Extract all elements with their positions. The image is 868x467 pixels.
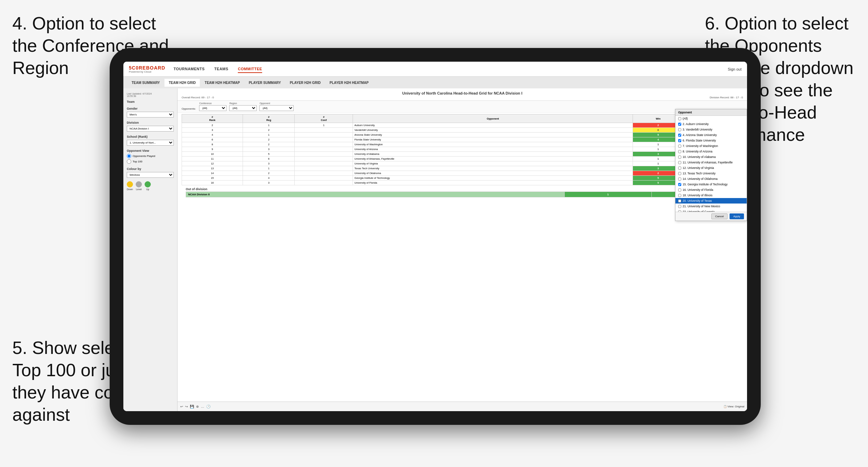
table-row: 9 3 University of Arizona 1 0: [182, 147, 743, 152]
toolbar: ↩ ↪ 💾 ⊕ … 🕐 📋 View: Original: [178, 402, 747, 411]
dropdown-item[interactable]: 18. University of Illinois: [675, 193, 747, 198]
cell-opponent: University of Washington: [353, 142, 633, 147]
toolbar-copy-icon[interactable]: ⊕: [196, 405, 199, 408]
cell-reg: 3: [243, 181, 295, 185]
cell-reg: 5: [243, 152, 295, 157]
cell-conf: [295, 176, 353, 181]
colour-legend: Down Level Up: [127, 181, 174, 191]
table-row: 13 1 Texas Tech University 3 0: [182, 166, 743, 171]
cell-reg: 3: [243, 147, 295, 152]
dropdown-item[interactable]: 20. University of Texas: [675, 198, 747, 204]
cell-conf: 1: [295, 123, 353, 128]
cell-reg: 2: [243, 128, 295, 133]
colour-by-select[interactable]: Win/loss: [127, 172, 174, 178]
logo-text: 5C0REBOARD: [129, 65, 165, 71]
table-row: 10 5 University of Alabama 3 0: [182, 152, 743, 157]
out-division-row: NCAA Division II 1 0: [186, 192, 739, 197]
dropdown-item[interactable]: 13. Texas Tech University: [675, 171, 747, 176]
table-row: 4 1 Arizona State University 5 1: [182, 133, 743, 137]
cell-conf: [295, 147, 353, 152]
out-division-name: NCAA Division II: [186, 192, 565, 197]
toolbar-undo-icon[interactable]: ↩: [180, 405, 183, 408]
toolbar-redo-icon[interactable]: ↪: [185, 405, 188, 408]
cell-reg: 2: [243, 171, 295, 176]
cancel-button[interactable]: Cancel: [711, 213, 728, 219]
cell-conf: [295, 137, 353, 142]
dropdown-item[interactable]: 8. University of Arizona: [675, 149, 747, 154]
dropdown-item[interactable]: (All): [675, 116, 747, 121]
apply-button[interactable]: Apply: [730, 213, 744, 219]
nav-committee[interactable]: COMMITTEE: [238, 65, 262, 73]
dropdown-item[interactable]: 4. Arizona State University: [675, 132, 747, 138]
cell-opponent: Vanderbilt University: [353, 128, 633, 133]
tablet-screen: 5C0REBOARD Powered by Cloud TOURNAMENTS …: [123, 62, 747, 411]
dropdown-item[interactable]: 16. University of Florida: [675, 187, 747, 193]
dropdown-item[interactable]: 11. University of Arkansas, Fayetteville: [675, 160, 747, 165]
dropdown-item[interactable]: 14. University of Oklahoma: [675, 176, 747, 182]
radio-opponents-played[interactable]: Opponents Played: [127, 154, 174, 158]
cell-opponent: Georgia Institute of Technology: [353, 176, 633, 181]
cell-opponent: University of Florida: [353, 181, 633, 185]
nav-teams[interactable]: TEAMS: [214, 65, 228, 73]
cell-reg: 1: [243, 166, 295, 171]
legend-level-label: Level: [136, 188, 142, 191]
dropdown-item[interactable]: 22. University of Georgia: [675, 209, 747, 212]
cell-rank: 8: [182, 142, 243, 147]
main-data-inner: University of North Carolina Head-to-Hea…: [178, 88, 747, 411]
subnav-team-h2h-grid[interactable]: TEAM H2H GRID: [164, 79, 200, 87]
cell-reg: 2: [243, 142, 295, 147]
header-right[interactable]: Sign out: [728, 67, 742, 71]
last-updated: Last Updated: 4/7/2024 16:55:38: [127, 93, 174, 97]
nav-tournaments[interactable]: TOURNAMENTS: [173, 65, 205, 73]
dropdown-item[interactable]: 12. University of Virginia: [675, 165, 747, 171]
cell-opponent: Texas Tech University: [353, 166, 633, 171]
dropdown-item[interactable]: 6. Florida State University: [675, 138, 747, 143]
dropdown-item[interactable]: 15. Georgia Institute of Technology: [675, 182, 747, 187]
subnav-team-summary[interactable]: TEAM SUMMARY: [127, 79, 164, 87]
dropdown-item[interactable]: 10. University of Alabama: [675, 154, 747, 160]
dropdown-item[interactable]: 21. University of New Mexico: [675, 204, 747, 209]
dropdown-item[interactable]: 2. Auburn University: [675, 121, 747, 127]
opponent-view-label: Opponent View: [127, 149, 174, 152]
region-label: Region: [229, 102, 257, 105]
region-select[interactable]: (All): [229, 105, 257, 111]
cell-opponent: Auburn University: [353, 123, 633, 128]
h2h-table: #Rank #Reg #Conf Opponent Win Loss 2 1: [182, 114, 743, 185]
toolbar-clock-icon[interactable]: 🕐: [206, 405, 210, 408]
toolbar-more-icon[interactable]: …: [201, 405, 204, 408]
opponents-label: Opponents:: [182, 107, 196, 111]
out-division-win: 1: [564, 192, 651, 197]
col-conf: #Conf: [295, 114, 353, 123]
tablet-frame: 5C0REBOARD Powered by Cloud TOURNAMENTS …: [110, 48, 761, 425]
legend-down-dot: [127, 181, 133, 187]
dropdown-item[interactable]: 3. Vanderbilt University: [675, 127, 747, 132]
subnav-player-h2h-grid[interactable]: PLAYER H2H GRID: [286, 79, 325, 87]
dropdown-item[interactable]: 7. University of Washington: [675, 143, 747, 149]
subnav-player-summary[interactable]: PLAYER SUMMARY: [245, 79, 285, 87]
cell-opponent: University of Arkansas, Fayetteville: [353, 157, 633, 161]
conference-label: Conference: [199, 102, 227, 105]
table-row: 11 6 University of Arkansas, Fayettevill…: [182, 157, 743, 161]
division-record: Division Record: 88 - 17 - 0: [710, 96, 743, 99]
opponent-filter: Opponent (All): [259, 102, 294, 111]
cell-rank: 16: [182, 181, 243, 185]
gender-select[interactable]: Men's: [127, 112, 174, 118]
toolbar-save-icon[interactable]: 💾: [190, 405, 194, 408]
radio-top100[interactable]: Top 100: [127, 159, 174, 164]
division-label: Division: [127, 121, 174, 124]
subnav-player-h2h-heatmap[interactable]: PLAYER H2H HEATMAP: [326, 79, 373, 87]
legend-down-label: Down: [127, 188, 133, 191]
main-data: University of North Carolina Head-to-Hea…: [178, 88, 747, 411]
opponent-dropdown-overlay: Opponent (All)2. Auburn University3. Van…: [675, 109, 747, 221]
opponent-select[interactable]: (All): [259, 105, 294, 111]
conference-select[interactable]: (All): [199, 105, 227, 111]
team-label: Team: [127, 100, 174, 103]
legend-level: Level: [136, 181, 142, 191]
division-select[interactable]: NCAA Division I: [127, 126, 174, 132]
cell-rank: 9: [182, 147, 243, 152]
cell-opponent: Arizona State University: [353, 133, 633, 137]
subnav-team-h2h-heatmap[interactable]: TEAM H2H HEATMAP: [200, 79, 244, 87]
cell-rank: 2: [182, 123, 243, 128]
col-rank: #Rank: [182, 114, 243, 123]
school-select[interactable]: 1. University of Nort...: [127, 140, 174, 146]
